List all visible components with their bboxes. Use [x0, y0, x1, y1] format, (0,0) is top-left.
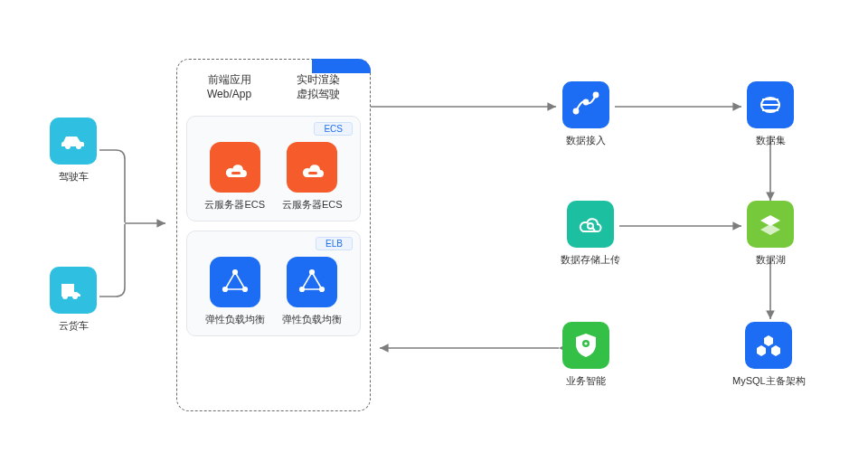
dataset-node: 数据集 [747, 81, 794, 147]
load-balancer-icon [210, 257, 260, 307]
flow-node: 数据接入 [562, 81, 609, 147]
car-label: 驾驶车 [59, 170, 89, 184]
storage-node: 数据存储上传 [561, 201, 620, 267]
svg-rect-0 [231, 172, 241, 174]
truck-label: 云货车 [59, 319, 89, 333]
ecs-tag: ECS [314, 122, 353, 136]
lake-node: 数据湖 [747, 201, 794, 267]
ecs-group: ECS 云服务器ECS 云服务器ECS [186, 116, 361, 221]
ecs-node-a: 云服务器ECS [204, 142, 265, 212]
lake-label: 数据湖 [756, 253, 786, 267]
shield-gear-icon [562, 322, 609, 369]
flow-icon [562, 81, 609, 128]
flow-label: 数据接入 [566, 134, 606, 147]
svg-point-18 [584, 342, 587, 344]
svg-point-2 [232, 270, 237, 275]
load-balancer-icon [287, 257, 337, 307]
elb-node-b: 弹性负载均衡 [282, 257, 342, 326]
svg-point-3 [242, 287, 247, 292]
center-box: 前端应用Web/App 实时渲染虚拟驾驶 ECS 云服务器ECS 云服务器ECS… [176, 59, 371, 411]
svg-point-8 [574, 109, 579, 114]
cloud-search-icon [567, 201, 614, 248]
mysql-label: MySQL主备架构 [732, 374, 806, 388]
svg-point-10 [594, 93, 599, 98]
shield-label: 业务智能 [566, 374, 606, 388]
center-tab [312, 59, 371, 73]
layers-icon [747, 201, 794, 248]
mysql-node: MySQL主备架构 [732, 322, 806, 388]
svg-point-4 [222, 287, 227, 292]
svg-rect-1 [308, 172, 317, 174]
dataset-icon [747, 81, 794, 128]
svg-point-9 [584, 100, 589, 105]
elb-group: ELB 弹性负载均衡 弹性负载均衡 [186, 231, 361, 336]
dataset-label: 数据集 [756, 134, 786, 147]
storage-label: 数据存储上传 [561, 253, 620, 267]
cluster-icon [745, 322, 792, 369]
svg-point-7 [300, 287, 305, 292]
truck-icon [50, 267, 97, 314]
truck-node: 云货车 [50, 267, 97, 333]
svg-point-6 [320, 287, 325, 292]
cloud-server-icon [287, 142, 337, 193]
ecs-node-b: 云服务器ECS [282, 142, 343, 212]
car-node: 驾驶车 [50, 118, 97, 184]
elb-tag: ELB [316, 237, 353, 250]
car-icon [50, 118, 97, 165]
elb-node-a: 弹性负载均衡 [205, 257, 265, 326]
svg-line-16 [592, 228, 595, 231]
shield-node: 业务智能 [562, 322, 609, 388]
svg-point-5 [310, 270, 315, 275]
cloud-server-icon [210, 142, 260, 193]
